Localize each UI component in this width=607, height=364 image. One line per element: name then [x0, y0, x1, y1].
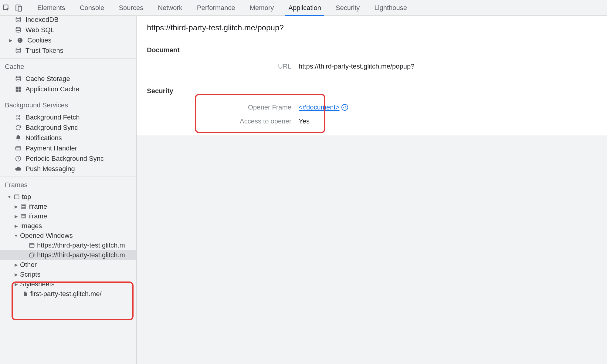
- expand-toggle-icon[interactable]: ▶: [14, 262, 18, 267]
- value-url: https://third-party-test.glitch.me/popup…: [299, 62, 415, 70]
- tab-elements[interactable]: Elements: [36, 0, 66, 15]
- expand-toggle-icon[interactable]: ▶: [14, 282, 18, 287]
- opened-window-item-selected[interactable]: https://third-party-test.glitch.m: [0, 250, 136, 260]
- collapse-toggle-icon[interactable]: ▼: [14, 233, 18, 238]
- sidebar-item-periodic-sync[interactable]: Periodic Background Sync: [0, 153, 136, 164]
- iframe-icon: [20, 213, 27, 219]
- tab-network[interactable]: Network: [157, 0, 184, 15]
- sidebar-item-notifications[interactable]: Notifications: [0, 133, 136, 143]
- tab-security[interactable]: Security: [334, 0, 361, 15]
- label-access-opener: Access to opener: [147, 117, 299, 125]
- svg-rect-11: [16, 87, 18, 89]
- svg-point-6: [19, 39, 20, 40]
- svg-rect-12: [19, 87, 21, 89]
- tab-sources[interactable]: Sources: [117, 0, 144, 15]
- tab-performance[interactable]: Performance: [196, 0, 236, 15]
- database-icon: [15, 76, 22, 82]
- expand-toggle-icon[interactable]: ▶: [14, 214, 18, 219]
- opened-window-item[interactable]: https://third-party-test.glitch.m: [0, 241, 136, 250]
- sidebar-item-cookies[interactable]: ▶ Cookies: [0, 35, 136, 46]
- bell-icon: [15, 135, 22, 141]
- sidebar-label: Cache Storage: [25, 75, 70, 83]
- grid-icon: [15, 86, 22, 93]
- window-icon: [13, 194, 20, 200]
- tab-console[interactable]: Console: [79, 0, 106, 15]
- application-sidebar: IndexedDB Web SQL ▶ Cookies Trust Tokens…: [0, 16, 137, 364]
- expand-toggle-icon[interactable]: ▶: [14, 272, 18, 277]
- frame-top[interactable]: ▼ top: [0, 192, 136, 202]
- security-section: Security Opener Frame <#document> Access…: [137, 81, 607, 136]
- sidebar-group-bg-services: Background Services: [0, 97, 136, 112]
- sidebar-label: Payment Handler: [25, 144, 77, 152]
- frame-stylesheets[interactable]: ▶ Stylesheets: [0, 279, 136, 289]
- sidebar-item-websql[interactable]: Web SQL: [0, 25, 136, 35]
- svg-rect-19: [22, 206, 25, 208]
- svg-rect-21: [22, 215, 25, 217]
- sidebar-item-trust-tokens[interactable]: Trust Tokens: [0, 46, 136, 56]
- tree-label: Stylesheets: [20, 280, 55, 288]
- expand-toggle-icon[interactable]: ▶: [8, 38, 13, 43]
- database-icon: [15, 16, 22, 23]
- value-access-opener: Yes: [299, 117, 310, 125]
- svg-point-7: [20, 40, 21, 41]
- row-url: URL https://third-party-test.glitch.me/p…: [147, 59, 597, 73]
- clock-icon: [15, 155, 22, 162]
- sidebar-label: Application Cache: [25, 85, 79, 93]
- sidebar-label: IndexedDB: [25, 16, 59, 24]
- sidebar-label: Background Sync: [25, 124, 78, 132]
- device-toggle-icon[interactable]: [15, 4, 22, 12]
- frame-iframe[interactable]: ▶ iframe: [0, 202, 136, 211]
- tree-label: iframe: [29, 203, 47, 211]
- sidebar-group-frames: Frames: [0, 177, 136, 192]
- tab-application[interactable]: Application: [287, 0, 322, 15]
- tab-lighthouse[interactable]: Lighthouse: [373, 0, 408, 15]
- label-opener-frame: Opener Frame: [147, 103, 299, 111]
- svg-point-3: [16, 17, 21, 19]
- tree-label: iframe: [29, 212, 47, 220]
- sidebar-label: Notifications: [25, 134, 62, 142]
- expand-toggle-icon[interactable]: ▶: [14, 204, 18, 209]
- svg-rect-13: [16, 89, 18, 92]
- frame-file-item[interactable]: first-party-test.glitch.me/: [0, 289, 136, 299]
- svg-point-4: [16, 27, 21, 29]
- reveal-element-icon[interactable]: [341, 104, 348, 111]
- expand-toggle-icon[interactable]: ▶: [14, 224, 18, 228]
- link-text: <#document>: [299, 103, 340, 111]
- tree-label: first-party-test.glitch.me/: [30, 290, 102, 298]
- row-opener-frame: Opener Frame <#document>: [147, 100, 597, 114]
- frame-images[interactable]: ▶ Images: [0, 221, 136, 231]
- link-opener-document[interactable]: <#document>: [299, 103, 348, 111]
- svg-rect-14: [19, 89, 21, 92]
- row-access-opener: Access to opener Yes: [147, 114, 597, 128]
- svg-point-5: [18, 38, 23, 43]
- svg-rect-24: [30, 254, 34, 257]
- frame-details-panel: https://third-party-test.glitch.me/popup…: [137, 16, 607, 364]
- file-icon: [22, 291, 29, 297]
- inspect-element-icon[interactable]: [2, 4, 10, 12]
- section-heading: Document: [147, 46, 597, 54]
- svg-rect-22: [30, 243, 34, 247]
- tree-label: top: [22, 193, 31, 201]
- tree-label: Images: [20, 222, 42, 230]
- sidebar-group-cache: Cache: [0, 59, 136, 74]
- panel-title: https://third-party-test.glitch.me/popup…: [137, 16, 607, 40]
- sidebar-item-indexeddb[interactable]: IndexedDB: [0, 16, 136, 25]
- tab-memory[interactable]: Memory: [249, 0, 275, 15]
- sync-icon: [15, 124, 22, 131]
- sidebar-item-payment[interactable]: Payment Handler: [0, 143, 136, 153]
- cloud-icon: [15, 166, 22, 172]
- frame-opened-windows[interactable]: ▼ Opened Windows: [0, 231, 136, 241]
- fetch-icon: [15, 114, 22, 121]
- sidebar-item-bg-sync[interactable]: Background Sync: [0, 123, 136, 133]
- document-section: Document URL https://third-party-test.gl…: [137, 40, 607, 81]
- frame-other[interactable]: ▶ Other: [0, 260, 136, 270]
- sidebar-item-cache-storage[interactable]: Cache Storage: [0, 74, 136, 84]
- credit-card-icon: [15, 145, 22, 152]
- window-icon: [29, 242, 35, 248]
- frame-iframe[interactable]: ▶ iframe: [0, 211, 136, 221]
- collapse-toggle-icon[interactable]: ▼: [7, 194, 12, 199]
- sidebar-item-push[interactable]: Push Messaging: [0, 164, 136, 174]
- frame-scripts[interactable]: ▶ Scripts: [0, 270, 136, 279]
- sidebar-item-bg-fetch[interactable]: Background Fetch: [0, 112, 136, 123]
- sidebar-item-app-cache[interactable]: Application Cache: [0, 84, 136, 94]
